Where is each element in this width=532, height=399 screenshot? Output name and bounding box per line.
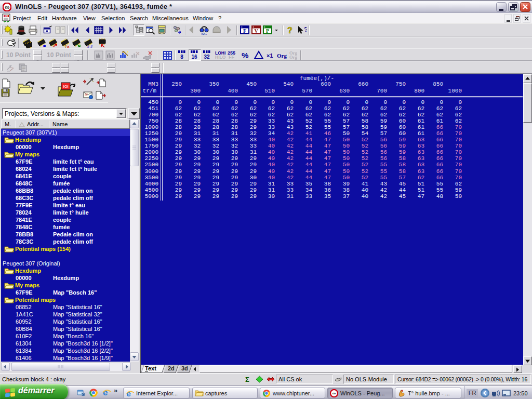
svg-text:16: 16: [191, 54, 197, 60]
svg-text:IOI: IOI: [5, 15, 8, 18]
svg-text:F: F: [243, 28, 246, 34]
svg-text:IOI: IOI: [63, 84, 69, 89]
svg-text:e: e: [103, 388, 108, 397]
svg-text:»: »: [114, 387, 117, 394]
svg-text:∞: ∞: [332, 390, 336, 396]
svg-text:P: P: [266, 28, 269, 34]
svg-text:FF: FF: [229, 55, 234, 60]
svg-text:Σ: Σ: [245, 376, 249, 383]
svg-text:Org: Org: [289, 55, 297, 60]
svg-text:Org: Org: [277, 52, 287, 59]
svg-text:HILO: HILO: [215, 55, 226, 60]
svg-text:V: V: [254, 28, 258, 34]
svg-text:∞: ∞: [5, 4, 9, 11]
svg-text:32: 32: [204, 54, 210, 60]
svg-text:?: ?: [287, 26, 292, 35]
svg-text:=: =: [43, 44, 46, 48]
svg-text:x: x: [67, 44, 70, 48]
svg-text:IOI..: IOI..: [202, 32, 207, 35]
svg-text:#-#: #-#: [87, 45, 92, 48]
svg-text:8: 8: [180, 54, 183, 60]
svg-text:%: %: [242, 51, 248, 60]
svg-text:?: ?: [304, 25, 307, 33]
svg-text:×1: ×1: [267, 52, 273, 59]
